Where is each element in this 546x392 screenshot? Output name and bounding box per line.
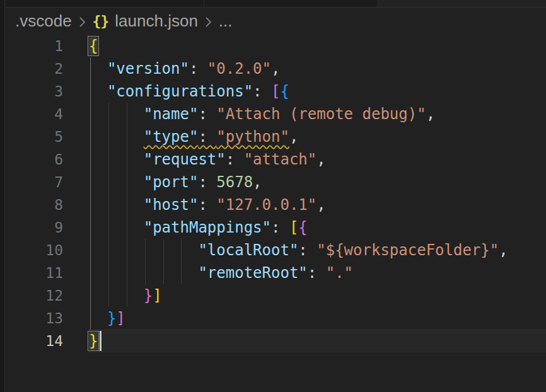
line-number[interactable]: 11 bbox=[6, 262, 63, 284]
code-line-content: } bbox=[89, 330, 546, 352]
active-indent-guide bbox=[90, 57, 91, 80]
code-line[interactable]: 9 "pathMappings": [{ bbox=[6, 216, 546, 239]
code-token: "port" bbox=[144, 173, 199, 191]
line-number[interactable]: 9 bbox=[6, 216, 63, 239]
code-line[interactable]: 11 "remoteRoot": "." bbox=[6, 262, 546, 284]
code-token: "remoteRoot" bbox=[198, 264, 307, 282]
code-token: : bbox=[198, 105, 216, 123]
chevron-right-icon bbox=[78, 13, 87, 30]
indent-guide bbox=[145, 262, 146, 284]
active-indent-guide bbox=[90, 216, 91, 239]
matched-bracket: } bbox=[89, 332, 98, 350]
editor[interactable]: 1{2 "version": "0.2.0",3 "configurations… bbox=[6, 35, 546, 352]
code-token: : bbox=[189, 60, 207, 78]
code-line-content: "request": "attach", bbox=[89, 148, 546, 171]
tab-remnant[interactable] bbox=[6, 0, 204, 7]
code-token: "configurations" bbox=[107, 83, 253, 100]
indent-guide bbox=[127, 262, 127, 284]
line-number[interactable]: 7 bbox=[6, 171, 63, 193]
tab-strip bbox=[6, 0, 546, 8]
breadcrumb-item-folder[interactable]: .vscode bbox=[15, 11, 72, 31]
code-line-content: { bbox=[89, 35, 546, 57]
line-number[interactable]: 1 bbox=[6, 35, 63, 57]
code-token: "pathMappings" bbox=[144, 219, 271, 236]
breadcrumb-item-file[interactable]: launch.json bbox=[115, 11, 198, 31]
code-token: "Attach (remote debug)" bbox=[216, 105, 426, 123]
code-token bbox=[89, 105, 144, 123]
indent-guide bbox=[163, 239, 164, 262]
code-token: : bbox=[198, 196, 216, 214]
code-line-content: "name": "Attach (remote debug)", bbox=[89, 103, 546, 125]
tab-remnant[interactable] bbox=[204, 0, 378, 7]
editor-group: .vscode {} launch.json ... 1{2 "version"… bbox=[6, 0, 546, 392]
indent-guide bbox=[108, 171, 109, 193]
json-brackets-icon: {} bbox=[93, 13, 109, 30]
active-indent-guide bbox=[90, 171, 91, 193]
code-line[interactable]: 4 "name": "Attach (remote debug)", bbox=[6, 103, 546, 125]
code-line[interactable]: 6 "request": "attach", bbox=[6, 148, 546, 171]
code-line[interactable]: 13 }] bbox=[6, 307, 546, 330]
line-number[interactable]: 13 bbox=[6, 307, 63, 330]
line-number[interactable]: 5 bbox=[6, 125, 63, 148]
code-token bbox=[89, 264, 198, 282]
code-token bbox=[89, 287, 144, 304]
indent-guide bbox=[127, 216, 127, 239]
code-token: , bbox=[317, 151, 325, 168]
indent-guide bbox=[127, 239, 127, 262]
line-number[interactable]: 8 bbox=[6, 193, 63, 216]
code-token: , bbox=[499, 241, 508, 259]
tab-remnant[interactable] bbox=[378, 0, 546, 7]
active-indent-guide bbox=[90, 193, 91, 216]
line-number[interactable]: 10 bbox=[6, 239, 63, 262]
code-line-content: }] bbox=[89, 307, 546, 330]
line-number[interactable]: 2 bbox=[6, 57, 63, 80]
code-line[interactable]: 7 "port": 5678, bbox=[6, 171, 546, 193]
code-line[interactable]: 5 "type": "python", bbox=[6, 125, 546, 148]
code-line[interactable]: 1{ bbox=[6, 35, 546, 57]
code-line-content: "remoteRoot": "." bbox=[89, 262, 546, 284]
code-line[interactable]: 14} bbox=[6, 330, 546, 352]
code-token: "host" bbox=[144, 196, 199, 214]
line-number[interactable]: 4 bbox=[6, 103, 63, 125]
code-token: ] bbox=[116, 309, 125, 327]
code-line-content: "port": 5678, bbox=[89, 171, 546, 193]
line-number[interactable]: 6 bbox=[6, 148, 63, 171]
code-token: : bbox=[271, 219, 289, 236]
indent-guide bbox=[127, 284, 127, 307]
code-token: "type" bbox=[144, 128, 199, 146]
code-line-content: "type": "python", bbox=[89, 125, 546, 148]
indent-guide bbox=[108, 125, 109, 148]
sidebar-edge bbox=[0, 0, 5, 392]
code-token: "0.2.0" bbox=[207, 60, 271, 78]
line-number[interactable]: 12 bbox=[6, 284, 63, 307]
code-token: , bbox=[271, 60, 280, 78]
code-token: "version" bbox=[107, 60, 189, 78]
code-line-content: "localRoot": "${workspaceFolder}", bbox=[89, 239, 546, 262]
active-indent-guide bbox=[90, 307, 91, 330]
code-line[interactable]: 12 }] bbox=[6, 284, 546, 307]
code-token: : bbox=[226, 151, 244, 168]
active-indent-guide bbox=[90, 80, 91, 103]
active-indent-guide bbox=[90, 239, 91, 262]
line-number[interactable]: 3 bbox=[6, 80, 63, 103]
breadcrumb-item-symbol[interactable]: ... bbox=[219, 11, 233, 31]
code-token: ] bbox=[153, 287, 161, 304]
code-token: 5678 bbox=[216, 173, 253, 191]
line-number[interactable]: 14 bbox=[6, 330, 63, 352]
code-line[interactable]: 8 "host": "127.0.0.1", bbox=[6, 193, 546, 216]
code-token: : bbox=[198, 128, 216, 146]
active-indent-guide bbox=[90, 103, 91, 125]
code-line[interactable]: 3 "configurations": [{ bbox=[6, 80, 546, 103]
code-token: "${workspaceFolder}" bbox=[317, 241, 499, 259]
code-token: , bbox=[253, 173, 262, 191]
code-line[interactable]: 10 "localRoot": "${workspaceFolder}", bbox=[6, 239, 546, 262]
code-line-content: "configurations": [{ bbox=[89, 80, 546, 103]
code-token: [ bbox=[271, 83, 280, 100]
code-token: } bbox=[107, 309, 116, 327]
code-token: "127.0.0.1" bbox=[216, 196, 317, 214]
text-cursor bbox=[100, 331, 102, 351]
code-line[interactable]: 2 "version": "0.2.0", bbox=[6, 57, 546, 80]
indent-guide bbox=[108, 193, 109, 216]
indent-guide bbox=[108, 148, 109, 171]
code-token: : bbox=[253, 83, 271, 100]
